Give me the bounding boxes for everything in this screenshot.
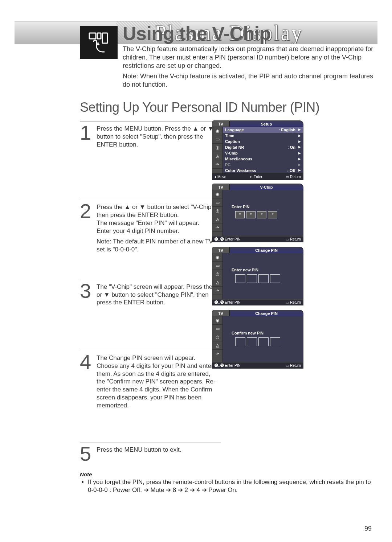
- pin-digit: [270, 274, 280, 283]
- step-text: Press the ▲ or ▼ button to select "V-Chi…: [97, 203, 221, 235]
- osd-foot-return: ▭ Return: [286, 364, 301, 368]
- osd-foot-return: ▭ Return: [286, 300, 301, 304]
- step-number: 5: [80, 445, 92, 463]
- step-4: 4 The Change PIN screen will appear. Cho…: [80, 351, 221, 412]
- step-2: 2 Press the ▲ or ▼ button to select "V-C…: [80, 200, 221, 256]
- osd-menu-row: Color Weakness: Off▶: [223, 168, 303, 173]
- pin-digit: *: [246, 211, 256, 218]
- osd-menu-row: Miscellaneous▶: [223, 156, 303, 162]
- svg-rect-0: [89, 33, 96, 39]
- hand-icon: [80, 26, 118, 59]
- osd-menu-row: Caption▶: [223, 139, 303, 144]
- osd-menu-row: Time▶: [223, 133, 303, 139]
- pin-digit: *: [268, 211, 277, 218]
- pin-digit: [270, 337, 280, 346]
- note-body: If you forget the PIN, press the remote-…: [80, 478, 377, 494]
- osd-foot-enter: ↵ Enter: [250, 175, 262, 179]
- pin-digit: [235, 337, 245, 346]
- osd-menu-row: Language: English▶: [223, 127, 303, 133]
- osd-pin-label: Enter new PIN: [223, 253, 303, 274]
- pin-digit: *: [235, 211, 245, 218]
- pin-digit: [235, 274, 245, 283]
- svg-rect-2: [102, 33, 107, 43]
- step-1: 1 Press the MENU button. Press the ▲ or …: [80, 122, 221, 151]
- osd-foot-pin: ⓿..❾ Enter PIN: [215, 300, 241, 304]
- osd-foot-return: ▭ Return: [286, 175, 301, 179]
- osd-foot-return: ▭ Return: [286, 237, 301, 241]
- osd-tv-label: TV: [212, 310, 229, 316]
- osd-menu-row: Digital NR: On▶: [223, 144, 303, 150]
- osd-title: V-Chip: [229, 184, 303, 190]
- osd-menu-row: V-Chip▶: [223, 150, 303, 156]
- pin-digit: [247, 337, 257, 346]
- osd-change-pin-enter: TV Change PIN ◉▭◎◬✑ Enter new PIN ⓿..❾ E…: [212, 247, 303, 305]
- osd-pin-label: Confirm new PIN: [223, 316, 303, 337]
- step-number: 1: [80, 124, 92, 151]
- osd-pin-label: Enter PIN: [223, 190, 303, 211]
- step-5: 5 Press the MENU button to exit.: [80, 443, 221, 463]
- pin-digit: [258, 274, 269, 283]
- step-number: 2: [80, 202, 92, 256]
- intro-paragraph-1: The V-Chip feature automatically locks o…: [123, 45, 377, 70]
- step-number: 3: [80, 282, 92, 309]
- osd-foot-pin: ⓿..❾ Enter PIN: [215, 364, 241, 368]
- svg-rect-1: [97, 33, 101, 39]
- osd-vchip-enter-pin: TV V-Chip ◉▭◎◬✑ Enter PIN * * * * ⓿..❾ E…: [212, 184, 303, 242]
- page-number: 99: [364, 525, 372, 533]
- pin-digit: [258, 337, 269, 346]
- step-text: The Change PIN screen will appear. Choos…: [97, 354, 221, 409]
- step-note: Note: The default PIN number of a new TV…: [97, 238, 221, 254]
- note-heading: Note: [80, 471, 377, 477]
- osd-title: Change PIN: [229, 310, 303, 316]
- osd-foot-move: ♦ Move: [215, 175, 226, 179]
- osd-setup: TV Setup ◉▭◎◬✑ Language: English▶Time▶Ca…: [212, 120, 303, 180]
- osd-title: Setup: [229, 120, 303, 127]
- page-title: Using the V-Chip: [123, 24, 377, 43]
- osd-menu-row: PC▶: [223, 162, 303, 168]
- section-title: Setting Up Your Personal ID Number (PIN): [80, 100, 377, 115]
- pin-digit: [247, 274, 257, 283]
- osd-title: Change PIN: [229, 247, 303, 253]
- osd-foot-pin: ⓿..❾ Enter PIN: [215, 237, 241, 241]
- intro-paragraph-2: Note: When the V-chip feature is activat…: [123, 72, 377, 89]
- osd-tv-label: TV: [212, 120, 229, 127]
- pin-digit: *: [257, 211, 266, 218]
- osd-tv-label: TV: [212, 184, 229, 190]
- step-text: Press the MENU button to exit.: [97, 446, 181, 454]
- osd-tv-label: TV: [212, 247, 229, 253]
- step-text: Press the MENU button. Press the ▲ or ▼ …: [97, 125, 221, 148]
- step-text: The "V-Chip" screen will appear. Press t…: [97, 283, 221, 307]
- osd-change-pin-confirm: TV Change PIN ◉▭◎◬✑ Confirm new PIN ⓿..❾…: [212, 310, 303, 369]
- step-3: 3 The "V-Chip" screen will appear. Press…: [80, 280, 221, 309]
- step-number: 4: [80, 353, 92, 412]
